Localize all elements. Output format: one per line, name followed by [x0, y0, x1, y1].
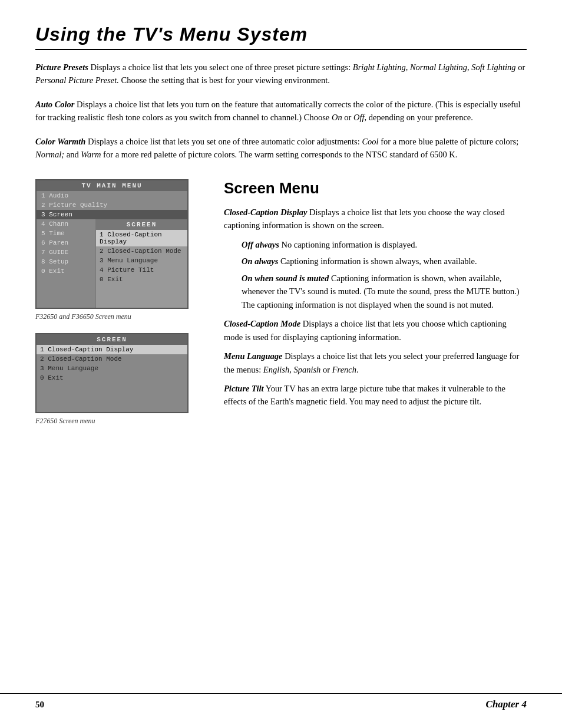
tv-main-menu-title: TV MAIN MENU: [37, 180, 187, 191]
color-warmth-label: Color Warmth: [35, 137, 85, 146]
chapter-label: Chapter 4: [486, 699, 527, 710]
picture-tilt-label: Picture Tilt: [224, 384, 264, 393]
closed-caption-mode-label: Closed-Caption Mode: [224, 319, 300, 328]
main-menu-setup: 8 Setup: [37, 257, 95, 266]
submenu-closed-caption-mode: 2 Closed-Caption Mode: [96, 246, 187, 256]
f27650-closed-caption-display: 1 Closed-Caption Display: [37, 345, 187, 354]
color-warmth-para: Color Warmth Displays a choice list that…: [35, 135, 527, 162]
main-menu-time: 5 Time: [37, 229, 95, 238]
screen-submenu: SCREEN 1 Closed-Caption Display 2 Closed…: [95, 219, 187, 308]
f27650-menu-language: 3 Menu Language: [37, 364, 187, 373]
off-always-text: No captioning information is displayed.: [281, 240, 417, 249]
screen-menu-body: Closed-Caption Display Displays a choice…: [224, 206, 527, 409]
right-column: Screen Menu Closed-Caption Display Displ…: [224, 179, 527, 437]
menu-language-label: Menu Language: [224, 351, 283, 361]
page-footer: 50 Chapter 4: [0, 693, 562, 710]
closed-caption-mode-desc: Closed-Caption Mode Displays a choice li…: [224, 317, 527, 344]
on-always-label: On always: [242, 256, 278, 266]
submenu-menu-language: 3 Menu Language: [96, 256, 187, 265]
page-number: 50: [35, 700, 44, 710]
closed-caption-display-label: Closed-Caption Display: [224, 207, 307, 217]
f27650-exit: 0 Exit: [37, 373, 187, 383]
f27650-caption: F27650 Screen menu: [35, 417, 206, 426]
off-always-label: Off always: [242, 240, 279, 249]
main-menu-guide: 7 GUIDE: [37, 248, 95, 257]
on-always-text: Captioning information is shown always, …: [280, 256, 477, 266]
auto-color-para: Auto Color Displays a choice list that l…: [35, 98, 527, 124]
f27650-screen-title: SCREEN: [37, 334, 187, 345]
page-content: Using the TV's Menu System Picture Prese…: [0, 0, 562, 473]
on-when-muted-label: On when sound is muted: [242, 274, 329, 283]
picture-tilt-text: Your TV has an extra large picture tube …: [224, 384, 505, 406]
f32650-menu-mockup: TV MAIN MENU 1 Audio 2 Picture Quality 3…: [35, 179, 189, 309]
page-title: Using the TV's Menu System: [35, 24, 527, 50]
color-warmth-text: Displays a choice list that lets you set…: [35, 137, 518, 159]
submenu-container: 4 Chann 5 Time 6 Paren 7 GUIDE 8 Setup 0…: [37, 219, 187, 308]
f32650-caption: F32650 and F36650 Screen menu: [35, 312, 206, 321]
auto-color-text: Displays a choice list that lets you tur…: [35, 100, 520, 122]
auto-color-label: Auto Color: [35, 100, 74, 109]
submenu-picture-tilt: 4 Picture Tilt: [96, 265, 187, 275]
submenu-closed-caption-display: 1 Closed-Caption Display: [96, 230, 187, 246]
main-menu-screen: 3 Screen: [37, 210, 187, 219]
on-always-item: On always Captioning information is show…: [242, 255, 527, 268]
menu-language-desc: Menu Language Displays a choice list tha…: [224, 350, 527, 376]
main-menu-channel: 4 Chann: [37, 219, 95, 229]
f27650-closed-caption-mode: 2 Closed-Caption Mode: [37, 354, 187, 364]
screen-menu-title: Screen Menu: [224, 179, 527, 197]
left-column: TV MAIN MENU 1 Audio 2 Picture Quality 3…: [35, 179, 206, 437]
main-menu-picture-quality: 2 Picture Quality: [37, 200, 187, 210]
picture-tilt-desc: Picture Tilt Your TV has an extra large …: [224, 382, 527, 409]
f27650-menu-mockup: SCREEN 1 Closed-Caption Display 2 Closed…: [35, 333, 189, 413]
closed-caption-display-desc: Closed-Caption Display Displays a choice…: [224, 206, 527, 232]
screen-submenu-title: SCREEN: [96, 219, 187, 230]
picture-presets-label: Picture Presets: [35, 62, 88, 72]
submenu-exit: 0 Exit: [96, 275, 187, 284]
picture-presets-text: Displays a choice list that lets you sel…: [35, 62, 525, 85]
main-menu-left-continued: 4 Chann 5 Time 6 Paren 7 GUIDE 8 Setup 0…: [37, 219, 95, 308]
main-menu-audio: 1 Audio: [37, 191, 187, 200]
on-when-muted-item: On when sound is muted Captioning inform…: [242, 272, 527, 311]
main-menu-exit: 0 Exit: [37, 266, 95, 276]
off-always-item: Off always No captioning information is …: [242, 238, 527, 251]
two-column-section: TV MAIN MENU 1 Audio 2 Picture Quality 3…: [35, 179, 527, 437]
picture-presets-para: Picture Presets Displays a choice list t…: [35, 61, 527, 87]
main-menu-items: 1 Audio 2 Picture Quality 3 Screen: [37, 191, 187, 219]
main-menu-parental: 6 Paren: [37, 238, 95, 248]
